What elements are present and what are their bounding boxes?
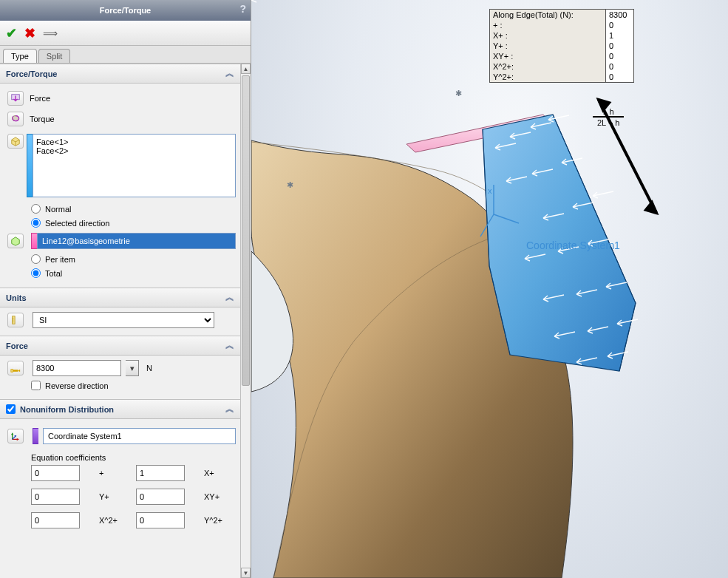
panel-scroll[interactable]: Force/Torque ︽ Force Torque xyxy=(0,64,251,578)
scroll-thumb[interactable] xyxy=(242,75,250,386)
coef-x2-label: X^2+ xyxy=(99,516,120,525)
radio-normal[interactable]: Normal xyxy=(4,202,236,216)
radio-per-item-label: Per item xyxy=(45,255,75,264)
face-selection-icon xyxy=(7,134,24,149)
equation-coefficients-grid: + X+ Y+ XY+ X^2+ Y^2+ xyxy=(4,465,236,528)
radio-total-input[interactable] xyxy=(31,268,41,278)
force-value-dropdown[interactable]: ▾ xyxy=(126,360,139,376)
property-panel: Force/Torque ? ✔ ✖ ⟹ Type Split Force/To… xyxy=(0,0,251,578)
coef-y2-input[interactable] xyxy=(136,512,185,528)
coef-x-label: X+ xyxy=(204,469,225,477)
radio-total-label: Total xyxy=(45,269,62,278)
hud-total: 8300 xyxy=(605,10,633,20)
panel-title: Force/Torque xyxy=(100,6,151,15)
coef-x-input[interactable] xyxy=(136,465,185,481)
coef-y-input[interactable] xyxy=(31,489,80,505)
formula-numerator: L h xyxy=(593,108,624,118)
tab-split[interactable]: Split xyxy=(38,49,70,63)
csys-selection-handle[interactable] xyxy=(33,428,38,444)
tab-bar: Type Split xyxy=(0,46,251,64)
hud-key: X^2+: xyxy=(490,61,605,72)
scroll-down-icon[interactable]: ▼ xyxy=(241,568,251,578)
tab-type[interactable]: Type xyxy=(3,49,37,63)
force-icon xyxy=(7,91,24,106)
coef-y2-label: Y^2+ xyxy=(204,516,225,525)
radio-selected-direction[interactable]: Selected direction xyxy=(4,216,236,230)
hud-value: 0 xyxy=(605,61,633,72)
force-value-input[interactable] xyxy=(33,360,121,376)
hud-value: 0 xyxy=(605,72,633,82)
chevron-up-icon: ︽ xyxy=(225,339,234,352)
panel-scrollbar[interactable]: ▲ ▼ xyxy=(240,64,251,578)
radio-total[interactable]: Total xyxy=(4,266,236,280)
units-select[interactable]: SI xyxy=(33,312,214,328)
svg-rect-3 xyxy=(11,370,13,373)
coef-y-label: Y+ xyxy=(99,492,120,501)
direction-ref-icon xyxy=(7,234,24,248)
ok-icon[interactable]: ✔ xyxy=(6,25,17,41)
pushpin-icon[interactable]: ⟹ xyxy=(43,27,58,39)
radio-per-item-input[interactable] xyxy=(31,254,41,264)
chevron-up-icon: ︽ xyxy=(225,403,234,415)
direction-ref-handle[interactable] xyxy=(31,233,37,249)
formula-denominator: 2L + h xyxy=(593,118,624,127)
face-selection-list[interactable]: Face<1> Face<2> xyxy=(33,134,236,197)
hud-value: 1 xyxy=(605,30,633,41)
face-selection-handle[interactable] xyxy=(27,134,33,197)
coordinate-system-label: Coordinate System1 xyxy=(526,239,620,251)
coef-const-label: + xyxy=(99,469,120,477)
equation-coefficients-label: Equation coefficients xyxy=(4,449,236,465)
coef-xy-label: XY+ xyxy=(204,492,225,501)
section-forcetorque-title: Force/Torque xyxy=(6,69,57,78)
hud-value: 0 xyxy=(605,41,633,51)
section-units-header[interactable]: Units ︽ xyxy=(0,288,240,307)
option-torque[interactable]: Torque xyxy=(4,109,236,129)
nonuniform-enable-check[interactable] xyxy=(6,404,16,414)
radio-selected-direction-input[interactable] xyxy=(31,218,41,228)
section-force-body: ▾ N Reverse direction xyxy=(0,356,240,399)
direction-ref-input[interactable] xyxy=(37,233,236,249)
section-force-title: Force xyxy=(6,341,28,350)
force-unit-label: N xyxy=(146,364,152,373)
coef-const-input[interactable] xyxy=(31,465,80,481)
reverse-direction-input[interactable] xyxy=(31,381,41,390)
hud-key: Y^2+: xyxy=(490,72,605,82)
reverse-direction-label: Reverse direction xyxy=(45,381,109,390)
coef-xy-input[interactable] xyxy=(136,489,185,505)
option-torque-label: Torque xyxy=(30,115,55,123)
radio-per-item[interactable]: Per item xyxy=(4,252,236,266)
section-nonuniform-body: Equation coefficients + X+ Y+ XY+ X^2+ Y… xyxy=(0,419,240,536)
panel-title-bar: Force/Torque ? xyxy=(0,0,251,21)
scroll-up-icon[interactable]: ▲ xyxy=(241,64,251,74)
hud-value: 0 xyxy=(605,20,633,30)
option-force[interactable]: Force xyxy=(4,88,236,109)
cancel-icon[interactable]: ✖ xyxy=(24,25,35,41)
hud-value: 0 xyxy=(605,51,633,61)
force-along-edge-icon xyxy=(7,361,24,375)
section-force-header[interactable]: Force ︽ xyxy=(0,336,240,356)
coef-x2-input[interactable] xyxy=(31,512,80,528)
section-units-body: SI xyxy=(0,307,240,336)
units-icon xyxy=(7,313,24,327)
graphics-viewport[interactable]: x xyxy=(251,0,728,578)
coordinate-system-input[interactable] xyxy=(43,428,236,444)
model-view[interactable]: x xyxy=(251,0,728,578)
svg-text:✱: ✱ xyxy=(287,180,293,189)
formula-annotation: L h 2L + h xyxy=(593,108,624,127)
radio-normal-input[interactable] xyxy=(31,204,41,214)
option-force-label: Force xyxy=(30,94,50,103)
chevron-up-icon: ︽ xyxy=(225,291,234,304)
section-nonuniform-header[interactable]: Nonuniform Distribution ︽ xyxy=(0,399,240,419)
torque-icon xyxy=(7,112,24,126)
coordinate-system-icon xyxy=(7,429,24,443)
hud-key: Y+ : xyxy=(490,41,605,51)
reverse-direction-check[interactable]: Reverse direction xyxy=(4,376,236,392)
hud-key: X+ : xyxy=(490,30,605,41)
scroll-track[interactable] xyxy=(241,74,251,568)
section-forcetorque-body: Force Torque Face<1> Face<2> Norm xyxy=(0,84,240,288)
section-forcetorque-header[interactable]: Force/Torque ︽ xyxy=(0,64,240,84)
svg-text:x: x xyxy=(488,186,492,195)
confirm-bar: ✔ ✖ ⟹ xyxy=(0,21,251,46)
help-icon[interactable]: ? xyxy=(239,3,246,15)
chevron-up-icon: ︽ xyxy=(225,67,234,80)
